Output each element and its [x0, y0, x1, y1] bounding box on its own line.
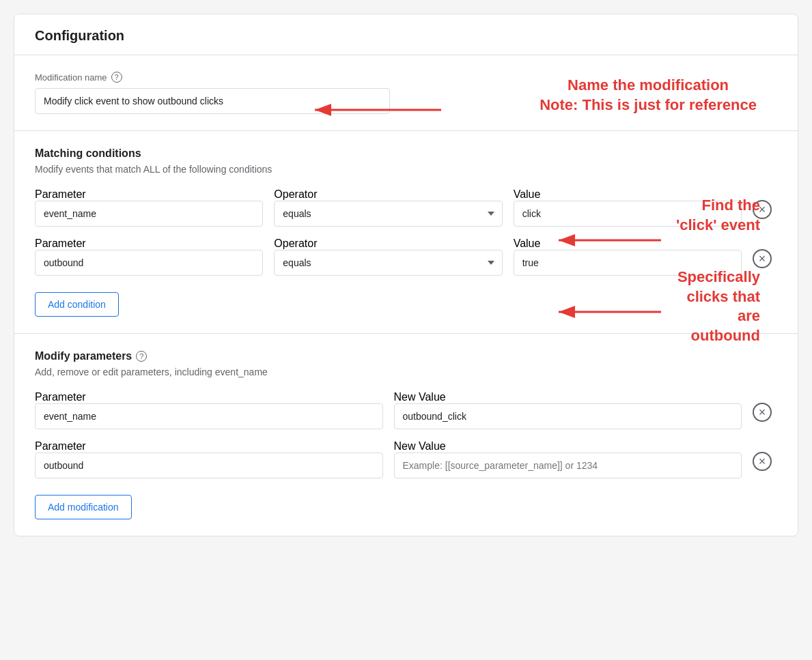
configuration-card: Configuration Modification name ? Name t… [14, 14, 798, 536]
condition-2-parameter-input[interactable] [35, 250, 263, 276]
modify-parameters-desc: Add, remove or edit parameters, includin… [35, 367, 777, 377]
condition-2-value-group: Value [514, 238, 742, 276]
modify-1-parameter-input[interactable] [35, 403, 383, 429]
card-header: Configuration [14, 14, 798, 55]
modify-1-parameter-label: Parameter [35, 391, 383, 403]
modify-1-newvalue-group: New Value [394, 391, 742, 429]
modification-name-label: Modification name [35, 72, 107, 83]
page-title: Configuration [35, 28, 777, 44]
matching-conditions-title: Matching conditions [35, 147, 777, 160]
modify-parameters-section: Modify parameters ? Add, remove or edit … [14, 334, 798, 536]
outbound-arrow [555, 302, 664, 322]
condition-row-1: Parameter Operator equals contains start… [35, 188, 777, 227]
modify-parameters-help-icon[interactable]: ? [136, 351, 147, 362]
modify-2-parameter-group: Parameter [35, 440, 383, 478]
matching-conditions-section: Matching conditions Modify events that m… [14, 131, 798, 334]
condition-2-operator-select[interactable]: equals contains starts with ends with do… [274, 250, 502, 276]
condition-2-operator-label: Operator [274, 238, 502, 250]
condition-1-parameter-input[interactable] [35, 201, 263, 227]
add-condition-button[interactable]: Add condition [35, 292, 119, 317]
condition-1-value-input[interactable] [514, 201, 742, 227]
modify-1-newvalue-label: New Value [394, 391, 742, 403]
condition-1-value-group: Value [514, 188, 742, 227]
modify-2-newvalue-group: New Value [394, 440, 742, 478]
modify-1-remove-button[interactable]: × [753, 403, 772, 422]
condition-1-operator-label: Operator [274, 188, 502, 201]
modify-1-newvalue-input[interactable] [394, 403, 742, 429]
modify-2-remove-button[interactable]: × [753, 452, 772, 471]
condition-1-operator-group: Operator equals contains starts with end… [274, 188, 502, 227]
modify-2-parameter-label: Parameter [35, 440, 383, 453]
condition-2-parameter-group: Parameter [35, 238, 263, 276]
modification-name-input[interactable] [35, 88, 390, 114]
condition-1-remove-button[interactable]: × [753, 200, 772, 219]
modification-name-label-row: Modification name ? [35, 72, 777, 83]
condition-2-value-input[interactable] [514, 250, 742, 276]
modify-2-parameter-input[interactable] [35, 453, 383, 478]
condition-2-operator-wrapper: equals contains starts with ends with do… [274, 250, 502, 276]
add-modification-button[interactable]: Add modification [35, 495, 132, 519]
condition-1-parameter-label: Parameter [35, 188, 263, 201]
modification-name-help-icon[interactable]: ? [111, 72, 122, 83]
condition-row-2: Parameter Operator equals contains start… [35, 238, 777, 276]
condition-1-operator-select[interactable]: equals contains starts with ends with do… [274, 201, 502, 227]
condition-1-operator-wrapper: equals contains starts with ends with do… [274, 201, 502, 227]
matching-conditions-desc: Modify events that match ALL of the foll… [35, 164, 777, 175]
condition-1-value-label: Value [514, 188, 742, 201]
modify-2-newvalue-input[interactable] [394, 453, 742, 478]
modify-1-parameter-group: Parameter [35, 391, 383, 429]
modify-parameters-title: Modify parameters [35, 350, 132, 362]
modify-row-2: Parameter New Value × [35, 440, 777, 478]
condition-2-operator-group: Operator equals contains starts with end… [274, 238, 502, 276]
modify-row-1: Parameter New Value × [35, 391, 777, 429]
modification-name-section: Modification name ? Name the modificatio… [14, 55, 798, 131]
condition-2-parameter-label: Parameter [35, 238, 263, 250]
condition-2-remove-button[interactable]: × [753, 249, 772, 268]
modify-2-newvalue-label: New Value [394, 440, 742, 453]
condition-2-value-label: Value [514, 238, 742, 250]
condition-1-parameter-group: Parameter [35, 188, 263, 227]
